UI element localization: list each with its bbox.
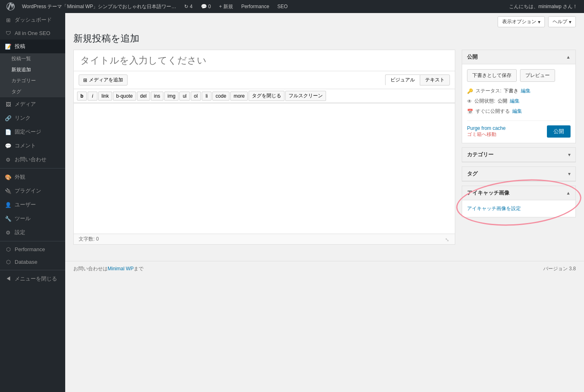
sidebar-item-posts-list[interactable]: 投稿一覧 (0, 53, 65, 64)
featured-image-panel-header[interactable]: アイキャッチ画像 ▲ (462, 186, 575, 200)
updates-icon: ↻ (184, 4, 188, 9)
sidebar-item-links[interactable]: 🔗 リンク (0, 111, 65, 125)
sidebar-item-performance[interactable]: ⬡ Performance (0, 243, 65, 256)
sidebar-item-close-menu[interactable]: ◀ メニューを閉じる (0, 272, 65, 286)
sidebar-label-tools: ツール (15, 215, 31, 222)
preview-button[interactable]: プレビュー (520, 69, 555, 82)
help-label: ヘルプ (553, 18, 567, 25)
comments-button[interactable]: 💬 0 (197, 0, 215, 13)
footer-contact: お問い合わせはMinimal WPまで (73, 265, 143, 272)
sidebar-item-dashboard[interactable]: ⊞ ダッシュボード (0, 13, 65, 27)
sidebar-item-allinoneseo[interactable]: 🛡 All in One SEO (0, 27, 65, 39)
sidebar-label-contact: お問い合わせ (15, 156, 46, 163)
format-code-btn[interactable]: code (212, 92, 229, 101)
format-ins-btn[interactable]: ins (151, 92, 163, 101)
format-fullscreen-btn[interactable]: フルスクリーン (285, 91, 326, 101)
status-edit-link[interactable]: 編集 (521, 88, 531, 94)
editor-body[interactable] (74, 103, 455, 234)
category-panel-header[interactable]: カテゴリー ▾ (462, 148, 575, 162)
sidebar-item-comments[interactable]: 💬 コメント (0, 139, 65, 153)
tag-panel-header[interactable]: タグ ▾ (462, 167, 575, 181)
sidebar-label-media: メディア (15, 101, 36, 108)
new-content-button[interactable]: + 新規 (215, 0, 237, 13)
visibility-icon: 👁 (467, 99, 472, 104)
sidebar-item-media[interactable]: 🖼 メディア (0, 97, 65, 111)
publish-panel-header[interactable]: 公開 ▲ (462, 50, 575, 64)
admin-menu: ⊞ ダッシュボード 🛡 All in One SEO 📝 投稿 投稿一覧 新規追… (0, 13, 65, 392)
add-media-button[interactable]: ⊞ メディアを追加 (79, 74, 128, 85)
format-link-btn[interactable]: link (98, 92, 112, 101)
wp-logo-button[interactable] (3, 0, 18, 13)
sidebar-item-tools[interactable]: 🔧 ツール (0, 212, 65, 226)
publish-button[interactable]: 公開 (547, 125, 571, 138)
sidebar-item-settings[interactable]: ⚙ 設定 (0, 226, 65, 239)
plugins-icon: 🔌 (5, 188, 11, 194)
format-ul-btn[interactable]: ul (179, 92, 190, 101)
format-more-btn[interactable]: more (230, 92, 248, 101)
footer-contact-text: お問い合わせは (73, 266, 108, 272)
topbar: 表示オプション ▾ ヘルプ ▾ (65, 13, 584, 29)
help-button[interactable]: ヘルプ ▾ (548, 16, 576, 27)
adminbar-greeting: こんにちは、minimalwp さん！ (509, 3, 581, 10)
sidebar-item-database[interactable]: ⬡ Database (0, 256, 65, 268)
format-li-btn[interactable]: li (202, 92, 212, 101)
sidebar-item-contact[interactable]: ⚙ お問い合わせ (0, 153, 65, 166)
sidebar-label-settings: 設定 (15, 229, 25, 236)
display-options-button[interactable]: 表示オプション ▾ (498, 16, 545, 27)
text-tab[interactable]: テキスト (420, 74, 450, 85)
performance-adminbar-link[interactable]: Performance (237, 0, 273, 13)
visual-text-tabs: ビジュアル テキスト (385, 74, 450, 85)
format-ol-btn[interactable]: ol (191, 92, 201, 101)
post-title-input[interactable] (74, 50, 455, 71)
sidebar-item-appearance[interactable]: 🎨 外観 (0, 170, 65, 184)
publish-status-row: 🔑 ステータス: 下書き 編集 (467, 86, 571, 96)
sidebar-panels: 公開 ▲ 下書きとして保存 プレビュー 🔑 ステータス: 下書き 編集 (462, 50, 576, 221)
sidebar-item-pages[interactable]: 📄 固定ページ (0, 125, 65, 139)
sidebar-item-plugins[interactable]: 🔌 プラグイン (0, 184, 65, 198)
publish-chevron-icon: ▲ (566, 55, 571, 59)
save-draft-button[interactable]: 下書きとして保存 (467, 69, 517, 82)
category-panel: カテゴリー ▾ (462, 147, 576, 162)
sidebar-label-posts-tag: タグ (11, 88, 21, 95)
sidebar-item-users[interactable]: 👤 ユーザー (0, 198, 65, 212)
visual-tab[interactable]: ビジュアル (385, 74, 420, 85)
seo-adminbar-link[interactable]: SEO (273, 0, 292, 13)
editor-resize-handle[interactable]: ⤡ (445, 237, 450, 242)
sidebar-item-posts-new[interactable]: 新規追加 (0, 64, 65, 75)
sidebar-label-posts-category: カテゴリー (11, 77, 36, 84)
posts-submenu: 投稿一覧 新規追加 カテゴリー タグ (0, 53, 65, 97)
format-del-btn[interactable]: del (137, 92, 150, 101)
footer-contact-link[interactable]: Minimal WP (108, 266, 134, 272)
sidebar-item-posts-category[interactable]: カテゴリー (0, 75, 65, 86)
sidebar-label-pages: 固定ページ (15, 128, 41, 136)
publish-time-edit-link[interactable]: 編集 (512, 108, 522, 115)
calendar-icon: 📅 (467, 109, 473, 114)
media-toolbar: ⊞ メディアを追加 ビジュアル テキスト (74, 71, 455, 89)
featured-image-panel-body: アイキャッチ画像を設定 (462, 200, 575, 217)
footer-version: バージョン 3.8 (543, 265, 576, 272)
updates-button[interactable]: ↻ 4 (180, 0, 196, 13)
page-title: 新規投稿を追加 (73, 32, 576, 45)
appearance-icon: 🎨 (5, 174, 11, 180)
visibility-label: 公開状態: (474, 98, 495, 105)
trash-link[interactable]: ゴミ箱へ移動 (467, 131, 496, 137)
sidebar-item-posts-tag[interactable]: タグ (0, 86, 65, 97)
comments-menu-icon: 💬 (5, 143, 11, 149)
visibility-edit-link[interactable]: 編集 (510, 98, 520, 105)
visibility-value: 公開 (498, 98, 507, 105)
format-close-tag-btn[interactable]: タグを閉じる (249, 91, 284, 101)
format-italic-btn[interactable]: i (88, 92, 97, 101)
sidebar-label-posts: 投稿 (15, 43, 25, 50)
site-name-link[interactable]: WordPress テーマ「Minimal WP」シンプルでおしゃれな日本語ワー… (18, 0, 180, 13)
display-options-label: 表示オプション (502, 18, 536, 25)
format-bold-btn[interactable]: b (77, 92, 87, 101)
set-featured-image-link[interactable]: アイキャッチ画像を設定 (467, 206, 521, 211)
sidebar-item-posts[interactable]: 📝 投稿 (0, 39, 65, 53)
add-media-icon: ⊞ (83, 77, 87, 83)
format-img-btn[interactable]: img (164, 92, 179, 101)
featured-image-panel-title: アイキャッチ画像 (467, 189, 509, 197)
tag-chevron-icon: ▾ (568, 171, 571, 177)
status-label: ステータス: (476, 88, 501, 94)
purge-cache-link[interactable]: Purge from cache (467, 125, 506, 131)
format-bquote-btn[interactable]: b-quote (113, 92, 136, 101)
